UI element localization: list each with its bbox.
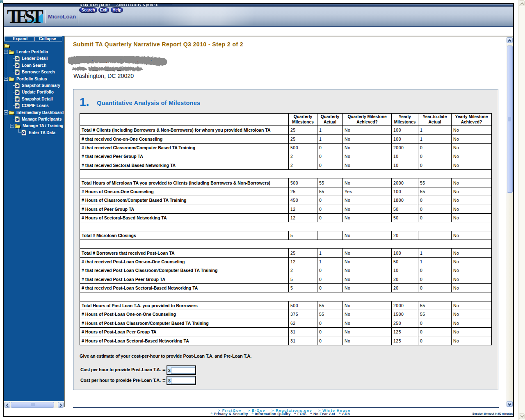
svg-text:TEST: TEST xyxy=(7,7,43,25)
